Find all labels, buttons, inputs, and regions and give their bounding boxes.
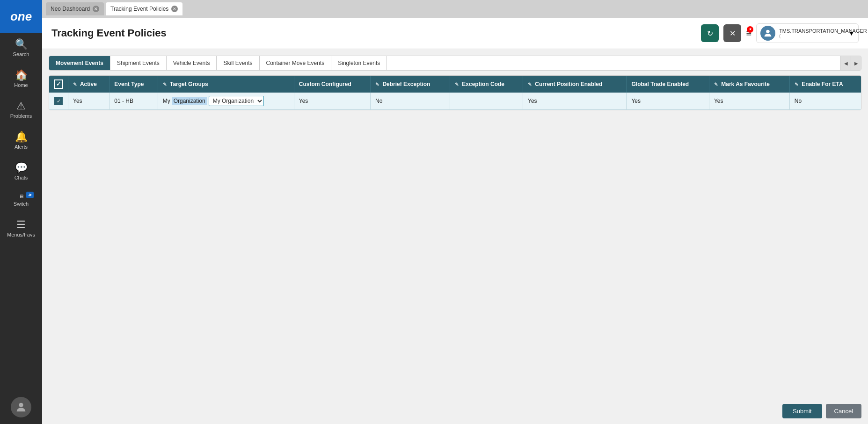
close-button[interactable]: ✕ — [723, 24, 741, 42]
close-x-icon: ✕ — [729, 29, 736, 38]
cell-active: Yes — [68, 93, 109, 110]
sidebar-label-chats: Chats — [15, 175, 28, 180]
page-content: Movement Events Shipment Events Vehicle … — [42, 49, 868, 398]
sidebar-item-switch[interactable]: 🖥 Switch — [0, 187, 42, 213]
event-tab-movement[interactable]: Movement Events — [49, 56, 110, 70]
col-header-event-type: Event Type — [109, 76, 158, 93]
sidebar-item-alerts[interactable]: 🔔 Alerts — [0, 125, 42, 156]
user-avatar-sidebar[interactable] — [11, 397, 31, 417]
dropdown-chevron-icon: ▼ — [848, 30, 854, 37]
bell-icon: 🔔 — [15, 132, 28, 142]
main-area: Neo Dashboard ✕ Tracking Event Policies … — [42, 0, 868, 424]
sidebar-label-menus: Menus/Favs — [7, 232, 35, 237]
event-tabs: Movement Events Shipment Events Vehicle … — [49, 56, 861, 71]
tab-tracking-event-policies[interactable]: Tracking Event Policies ✕ — [106, 2, 182, 15]
footer-actions: Submit Cancel — [42, 398, 868, 424]
cell-event-type: 01 - HB — [109, 93, 158, 110]
svg-point-0 — [19, 403, 23, 407]
org-highlight-text: Organization — [172, 97, 207, 105]
chat-icon: 💬 — [15, 163, 28, 173]
page-header: Tracking Event Policies ↻ ✕ ≡ ★ — [42, 18, 868, 49]
target-group-container: My Organization My Organization — [163, 96, 289, 106]
event-tab-shipment[interactable]: Shipment Events — [110, 56, 167, 70]
edit-target-icon: ✎ — [163, 82, 167, 87]
switch-badge — [26, 192, 34, 198]
switch-icon: 🖥 — [19, 194, 24, 199]
col-header-debrief-exception: ✎ Debrief Exception — [371, 76, 450, 93]
edit-favourite-icon: ✎ — [714, 82, 718, 87]
warning-icon: ⚠ — [16, 101, 26, 111]
sidebar-item-chats[interactable]: 💬 Chats — [0, 156, 42, 187]
cancel-button[interactable]: Cancel — [826, 404, 861, 418]
col-header-exception-code: ✎ Exception Code — [450, 76, 523, 93]
search-icon: 🔍 — [15, 39, 28, 50]
tab-bar: Neo Dashboard ✕ Tracking Event Policies … — [42, 0, 868, 18]
tab-scroll-right[interactable]: ▶ — [851, 56, 861, 70]
sidebar-item-menus[interactable]: ☰ Menus/Favs — [0, 213, 42, 244]
target-group-dropdown[interactable]: My Organization — [209, 96, 264, 106]
row-checkbox[interactable]: ✓ — [54, 97, 63, 105]
edit-position-icon: ✎ — [528, 82, 532, 87]
tab-tracking-event-policies-close[interactable]: ✕ — [171, 6, 178, 12]
select-all-checkbox[interactable]: ✓ — [54, 79, 63, 89]
edit-active-icon: ✎ — [73, 82, 77, 87]
table-header-row: ✓ ✎ Active Event Type ✎ Target — [49, 76, 861, 93]
edit-exception-icon: ✎ — [455, 82, 459, 87]
event-tab-container[interactable]: Container Move Events — [260, 56, 332, 70]
refresh-icon: ↻ — [707, 29, 713, 38]
event-tab-singleton[interactable]: Singleton Events — [331, 56, 387, 70]
tab-neo-dashboard[interactable]: Neo Dashboard ✕ — [46, 2, 104, 15]
user-name: TMS.TRANSPORTATION_MANAGER ( — [779, 28, 845, 38]
cell-exception-code — [450, 93, 523, 110]
cell-debrief-exception: No — [371, 93, 450, 110]
cell-mark-favourite: Yes — [709, 93, 789, 110]
svg-point-1 — [766, 30, 769, 33]
page-title: Tracking Event Policies — [51, 27, 167, 39]
notification-badge: ★ — [747, 26, 753, 33]
logo-text: one — [10, 9, 32, 24]
event-tab-skill[interactable]: Skill Events — [217, 56, 259, 70]
menu-icon: ☰ — [16, 220, 26, 230]
col-header-current-position: ✎ Current Position Enabled — [523, 76, 626, 93]
row-select-cell[interactable]: ✓ — [49, 93, 68, 110]
table-row: ✓ Yes 01 - HB My Organiz — [49, 93, 861, 110]
cell-custom-configured: Yes — [294, 93, 370, 110]
sidebar-label-home: Home — [14, 82, 28, 88]
tab-scroll-left[interactable]: ◀ — [840, 56, 851, 70]
tab-neo-dashboard-label: Neo Dashboard — [51, 6, 90, 12]
tab-neo-dashboard-close[interactable]: ✕ — [93, 6, 99, 12]
sidebar-item-problems[interactable]: ⚠ Problems — [0, 94, 42, 125]
home-icon: 🏠 — [15, 70, 28, 80]
event-tab-vehicle[interactable]: Vehicle Events — [167, 56, 217, 70]
col-header-mark-favourite: ✎ Mark As Favourite — [709, 76, 789, 93]
menu-button[interactable]: ≡ ★ — [746, 28, 751, 39]
sidebar-label-search: Search — [13, 51, 29, 57]
sidebar-item-home[interactable]: 🏠 Home — [0, 64, 42, 94]
col-header-select: ✓ — [49, 76, 68, 93]
cell-global-trade: Yes — [627, 93, 709, 110]
submit-button[interactable]: Submit — [782, 404, 822, 418]
sidebar-label-problems: Problems — [10, 113, 32, 119]
edit-debrief-icon: ✎ — [375, 82, 379, 87]
sidebar-label-switch: Switch — [14, 201, 29, 207]
tracking-event-table: ✓ ✎ Active Event Type ✎ Target — [49, 76, 861, 110]
col-header-active: ✎ Active — [68, 76, 109, 93]
col-header-global-trade: Global Trade Enabled — [627, 76, 709, 93]
sidebar-label-alerts: Alerts — [15, 144, 28, 150]
edit-eta-icon: ✎ — [795, 82, 798, 87]
content-wrapper: Tracking Event Policies ↻ ✕ ≡ ★ — [42, 18, 868, 424]
header-actions: ↻ ✕ ≡ ★ TMS.TRANSPORTATION_MANAGER ( — [701, 23, 859, 43]
col-header-target-groups: ✎ Target Groups — [158, 76, 294, 93]
col-header-custom-configured: Custom Configured — [294, 76, 370, 93]
cell-enable-eta: No — [789, 93, 861, 110]
tab-scroll-controls: ◀ ▶ — [840, 56, 861, 70]
sidebar-item-search[interactable]: 🔍 Search — [0, 33, 42, 64]
app-logo[interactable]: one — [0, 0, 42, 33]
sidebar: one 🔍 Search 🏠 Home ⚠ Problems 🔔 Alerts … — [0, 0, 42, 424]
refresh-button[interactable]: ↻ — [701, 24, 719, 42]
cell-current-position: Yes — [523, 93, 626, 110]
col-header-enable-eta: ✎ Enable For ETA — [789, 76, 861, 93]
cell-target-groups[interactable]: My Organization My Organization — [158, 93, 294, 110]
data-table-container: ✓ ✎ Active Event Type ✎ Target — [49, 75, 861, 110]
user-profile[interactable]: TMS.TRANSPORTATION_MANAGER ( ▼ — [756, 23, 859, 43]
